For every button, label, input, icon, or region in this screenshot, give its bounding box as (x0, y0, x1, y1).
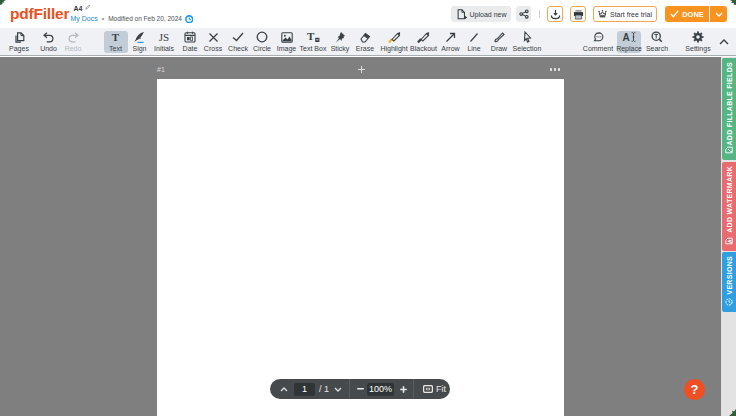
svg-text:T: T (307, 31, 315, 42)
svg-text:A: A (623, 32, 630, 43)
